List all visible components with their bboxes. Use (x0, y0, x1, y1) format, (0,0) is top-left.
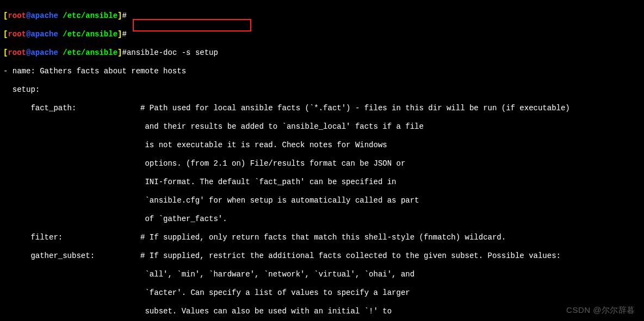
terminal-output[interactable]: [root@apache /etc/ansible]# [root@apache… (0, 0, 644, 321)
watermark-text: CSDN @尔尔辞暮 (566, 305, 635, 314)
param-filter: filter: # If supplied, only return facts… (3, 233, 641, 242)
typed-command: ansible-doc -s setup (127, 48, 218, 57)
doc-setup-line: setup: (3, 85, 641, 95)
doc-name-line: - name: Gathers facts about remote hosts (3, 67, 641, 76)
prompt-line-1: [root@apache /etc/ansible]# (3, 11, 641, 21)
prompt-line-command: [root@apache /etc/ansible]#ansible-doc -… (3, 48, 641, 58)
param-gather-subset: gather_subset: # If supplied, restrict t… (3, 251, 641, 261)
param-fact-path: fact_path: # Path used for local ansible… (3, 104, 641, 113)
prompt-line-2: [root@apache /etc/ansible]# (3, 30, 641, 39)
